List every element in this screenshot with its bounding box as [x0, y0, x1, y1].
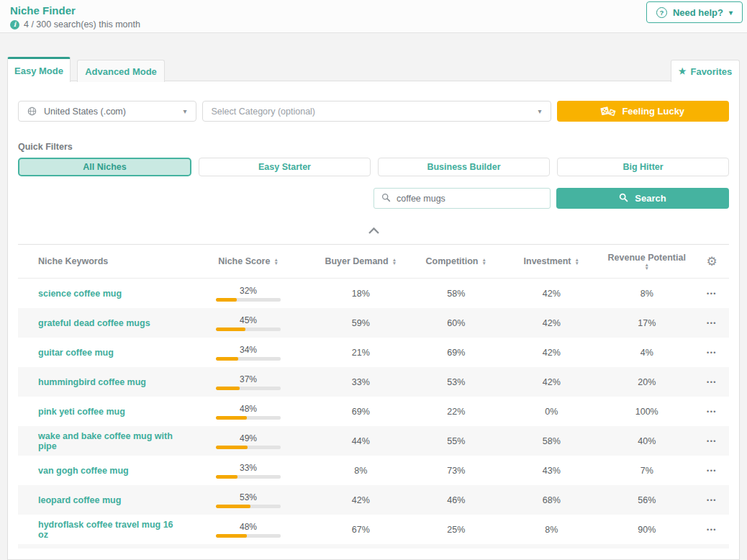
investment-value: 42% [504, 289, 599, 299]
competition-value: 22% [409, 407, 504, 417]
quick-filter-big-hitter[interactable]: Big Hitter [557, 158, 729, 176]
buyer-demand-value: 44% [313, 436, 409, 446]
favorites-label: Favorites [690, 66, 732, 77]
revenue-potential-value: 40% [599, 436, 695, 446]
niche-score-value: 53% [240, 492, 257, 502]
sort-icon: ▲▼ [392, 258, 397, 265]
buyer-demand-value: 69% [313, 407, 409, 417]
row-actions-menu-icon[interactable]: ••• [694, 438, 729, 445]
category-select-placeholder: Select Category (optional) [212, 107, 531, 117]
niche-score-cell: 33% [184, 463, 313, 479]
search-icon [619, 193, 628, 204]
row-actions-menu-icon[interactable]: ••• [694, 408, 729, 415]
niche-keyword-link[interactable]: guitar coffee mug [18, 348, 184, 358]
country-select[interactable]: United States (.com) ▾ [18, 101, 196, 122]
niche-score-value: 49% [240, 433, 257, 443]
chevron-down-icon: ▾ [183, 107, 186, 115]
niche-score-bar [216, 505, 281, 508]
row-actions-menu-icon[interactable]: ••• [694, 379, 729, 386]
tab-easy-mode[interactable]: Easy Mode [7, 57, 71, 82]
sort-icon: ▲▼ [645, 263, 649, 270]
quick-filter-all-niches[interactable]: All Niches [18, 158, 191, 176]
niche-keyword-link[interactable]: pink yeti coffee mug [18, 407, 184, 417]
niche-score-cell: 32% [184, 286, 313, 302]
row-actions-menu-icon[interactable]: ••• [694, 526, 729, 533]
tab-easy-mode-label: Easy Mode [14, 66, 63, 76]
favorites-button[interactable]: ★ Favorites [671, 60, 740, 82]
column-revenue-potential[interactable]: Revenue Potential ▲▼ [599, 253, 695, 270]
column-competition[interactable]: Competition ▲▼ [409, 256, 504, 266]
quick-filters-label: Quick Filters [18, 142, 729, 152]
competition-value: 58% [409, 289, 504, 299]
row-actions-menu-icon[interactable]: ••• [694, 467, 729, 474]
buyer-demand-value: 8% [313, 466, 409, 476]
niche-score-value: 33% [240, 463, 257, 473]
revenue-potential-value: 4% [599, 348, 695, 358]
column-buyer-demand[interactable]: Buyer Demand ▲▼ [313, 256, 409, 266]
row-actions-menu-icon[interactable]: ••• [694, 290, 729, 297]
chevron-down-icon: ▾ [538, 107, 541, 115]
niche-keyword-link[interactable]: hummingbird coffee mug [18, 377, 184, 387]
niche-keyword-link[interactable]: grateful dead coffee mugs [18, 318, 184, 328]
competition-value: 60% [409, 318, 504, 328]
sort-icon: ▲▼ [481, 258, 486, 265]
column-niche-keywords[interactable]: Niche Keywords [18, 256, 184, 266]
table-header: Niche Keywords Niche Score ▲▼ Buyer Dema… [18, 244, 729, 279]
revenue-potential-value: 8% [599, 289, 695, 299]
feeling-lucky-label: Feeling Lucky [622, 106, 684, 117]
table-row: wake and bake coffee mug with pipe 49% 4… [18, 426, 729, 456]
quick-filter-easy-starter[interactable]: Easy Starter [199, 158, 371, 176]
niche-keyword-link[interactable]: hydroflask coffee travel mug 16 oz [18, 520, 184, 540]
niche-keyword-link[interactable]: science coffee mug [18, 289, 184, 299]
buyer-demand-value: 42% [313, 495, 409, 505]
table-row: hydroflask coffee travel mug 16 oz 48% 6… [18, 515, 729, 544]
search-button[interactable]: Search [556, 188, 729, 209]
niche-score-value: 48% [240, 522, 257, 532]
niche-score-bar [216, 416, 281, 420]
search-input[interactable] [397, 194, 543, 204]
quick-filter-business-builder[interactable]: Business Builder [378, 158, 550, 176]
table-row: guitar coffee mug 34% 21% 69% 42% 4% ••• [18, 338, 729, 367]
niche-keyword-link[interactable]: wake and bake coffee mug with pipe [18, 431, 184, 451]
revenue-potential-value: 7% [599, 466, 695, 476]
niche-score-cell: 48% [184, 522, 313, 538]
niche-score-bar [216, 446, 281, 449]
tab-advanced-mode[interactable]: Advanced Mode [77, 60, 165, 82]
table-row: science coffee mug 32% 18% 58% 42% 8% ••… [18, 279, 729, 308]
investment-value: 43% [504, 466, 599, 476]
category-select[interactable]: Select Category (optional) ▾ [202, 101, 551, 122]
page-title: Niche Finder [10, 4, 747, 17]
revenue-potential-value: 56% [599, 495, 695, 505]
investment-value: 8% [504, 525, 599, 535]
star-icon: ★ [679, 66, 687, 76]
country-select-value: United States (.com) [44, 107, 176, 117]
table-row: grateful dead coffee mugs 45% 59% 60% 42… [18, 308, 729, 338]
competition-value: 69% [409, 348, 504, 358]
page-header: Niche Finder i 4 / 300 search(es) this m… [0, 0, 747, 33]
sort-icon: ▲▼ [273, 258, 278, 265]
niche-keyword-link[interactable]: leopard coffee mug [18, 495, 184, 505]
investment-value: 42% [504, 348, 599, 358]
need-help-button[interactable]: ? Need help? ▾ [646, 1, 743, 23]
collapse-toggle[interactable] [18, 225, 729, 235]
row-actions-menu-icon[interactable]: ••• [694, 349, 729, 356]
table-body: science coffee mug 32% 18% 58% 42% 8% ••… [18, 279, 729, 544]
niche-score-bar [216, 298, 281, 302]
row-actions-menu-icon[interactable]: ••• [694, 320, 729, 327]
niche-score-value: 48% [240, 404, 257, 414]
feeling-lucky-button[interactable]: ⚄⚂ Feeling Lucky [557, 101, 729, 122]
niche-score-value: 45% [240, 315, 257, 325]
row-actions-menu-icon[interactable]: ••• [694, 497, 729, 504]
info-icon: i [10, 20, 19, 30]
selects-row: United States (.com) ▾ Select Category (… [18, 101, 729, 122]
revenue-potential-value: 20% [599, 377, 695, 387]
niche-keyword-link[interactable]: van gogh coffee mug [18, 466, 184, 476]
column-niche-score[interactable]: Niche Score ▲▼ [184, 256, 313, 266]
niche-score-value: 34% [240, 345, 257, 355]
sort-icon: ▲▼ [575, 258, 579, 265]
table-settings-gear-icon[interactable]: ⚙ [694, 254, 729, 269]
competition-value: 25% [409, 525, 504, 535]
revenue-potential-value: 100% [599, 407, 695, 417]
column-investment[interactable]: Investment ▲▼ [504, 256, 599, 266]
niche-score-bar [216, 475, 281, 479]
